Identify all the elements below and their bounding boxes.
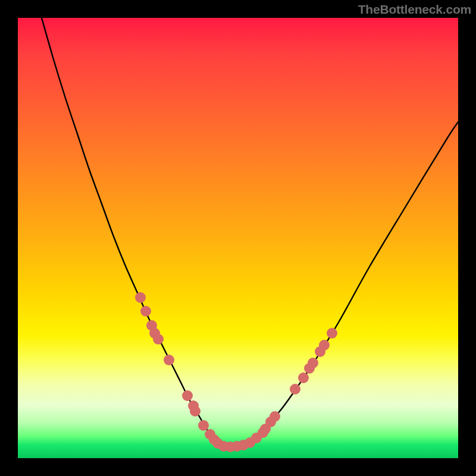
watermark-text: TheBottleneck.com: [358, 2, 471, 17]
highlight-dot: [270, 411, 280, 422]
highlight-dot: [298, 372, 309, 383]
chart-frame: TheBottleneck.com: [0, 0, 476, 476]
highlight-dot: [153, 334, 164, 345]
highlight-dot: [182, 390, 193, 401]
highlight-dot: [308, 358, 318, 368]
highlight-dot: [135, 292, 146, 303]
highlight-dot: [319, 340, 330, 350]
chart-svg: [18, 18, 458, 458]
bottleneck-curve: [42, 18, 458, 447]
highlight-dot: [327, 328, 337, 339]
highlight-dot: [140, 306, 151, 317]
highlight-dot: [198, 420, 209, 431]
highlight-dot: [164, 355, 174, 365]
highlight-dot: [190, 406, 201, 416]
highlight-dot: [290, 384, 300, 394]
highlight-dots: [135, 292, 337, 452]
